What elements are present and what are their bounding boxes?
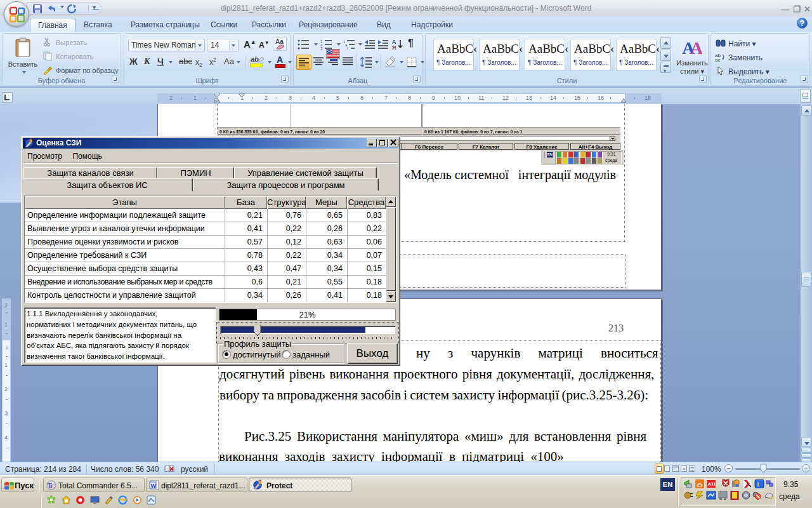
svg-text:Я: Я: [392, 44, 396, 50]
svg-text:3: 3: [320, 46, 323, 50]
svg-text:ac: ac: [715, 57, 720, 62]
svg-text:i: i: [347, 46, 348, 50]
svg-text:W: W: [151, 483, 157, 489]
svg-text:C: C: [51, 483, 55, 490]
svg-text:i: i: [757, 481, 759, 488]
svg-text:A: A: [690, 38, 702, 57]
svg-text:ATI: ATI: [708, 481, 716, 487]
